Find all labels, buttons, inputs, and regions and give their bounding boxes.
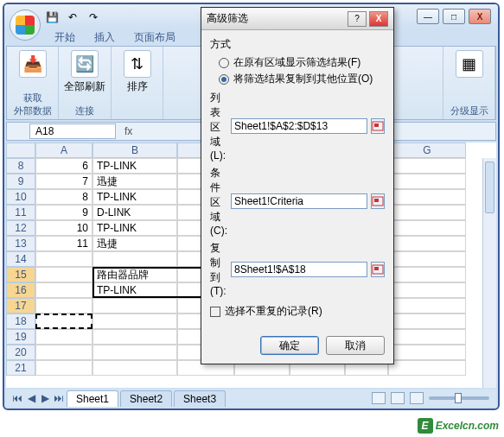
ok-button[interactable]: 确定 — [260, 336, 319, 355]
cell[interactable]: TP-LINK — [93, 282, 177, 298]
cell[interactable] — [388, 189, 466, 205]
tab-pagelayout[interactable]: 页面布局 — [125, 28, 184, 46]
zoom-slider[interactable] — [429, 396, 489, 400]
cell[interactable]: 6 — [35, 158, 93, 174]
cell[interactable] — [93, 360, 177, 376]
cell[interactable] — [388, 282, 466, 298]
cell[interactable] — [35, 345, 93, 360]
cell[interactable] — [388, 360, 466, 376]
cell[interactable] — [35, 298, 93, 314]
cell[interactable] — [93, 251, 177, 267]
cell[interactable]: 路由器品牌 — [93, 267, 177, 282]
minimize-button[interactable]: — — [417, 9, 439, 24]
select-all-corner[interactable] — [6, 142, 35, 158]
cell[interactable] — [388, 205, 466, 220]
sheet-nav-first-icon[interactable]: ⏮ — [11, 392, 23, 404]
range-picker-icon[interactable] — [371, 118, 385, 134]
cell[interactable]: 迅捷 — [93, 236, 177, 251]
external-data-icon[interactable]: 📥 — [19, 50, 47, 78]
cancel-button[interactable]: 取消 — [326, 336, 385, 355]
sheet-tab-3[interactable]: Sheet3 — [174, 390, 226, 407]
maximize-button[interactable]: □ — [443, 9, 465, 24]
row-header[interactable]: 9 — [6, 174, 35, 189]
cell[interactable] — [35, 329, 93, 345]
view-layout-icon[interactable] — [391, 392, 405, 404]
range-picker-icon[interactable] — [371, 262, 385, 277]
row-header[interactable]: 13 — [6, 236, 35, 251]
sheet-nav-last-icon[interactable]: ⏭ — [53, 392, 65, 404]
column-header[interactable]: A — [35, 142, 93, 158]
name-box[interactable]: A18 — [29, 124, 116, 139]
sort-icon[interactable]: ⇅ — [124, 50, 151, 78]
row-header[interactable]: 21 — [6, 360, 35, 376]
outline-icon[interactable]: ▦ — [456, 50, 483, 78]
cell[interactable] — [35, 267, 93, 282]
dialog-titlebar[interactable]: 高级筛选 ? X — [201, 8, 393, 30]
cell[interactable] — [388, 314, 466, 329]
cell[interactable] — [35, 360, 93, 376]
sheet-tab-1[interactable]: Sheet1 — [67, 390, 118, 407]
row-header[interactable]: 20 — [6, 345, 35, 360]
cell[interactable] — [35, 314, 93, 329]
cell[interactable]: TP-LINK — [93, 158, 177, 174]
cell[interactable] — [93, 298, 177, 314]
column-header[interactable]: B — [93, 142, 177, 158]
cell[interactable] — [388, 158, 466, 174]
row-header[interactable]: 18 — [6, 314, 35, 329]
save-icon[interactable]: 💾 — [44, 10, 60, 25]
radio-copy-to[interactable]: 将筛选结果复制到其他位置(O) — [219, 72, 385, 86]
cell[interactable]: 迅捷 — [93, 174, 177, 189]
cell[interactable] — [388, 298, 466, 314]
scrollbar-thumb[interactable] — [485, 162, 494, 213]
cell[interactable] — [93, 345, 177, 360]
unique-records-checkbox[interactable]: 选择不重复的记录(R) — [210, 304, 385, 319]
cell[interactable]: 10 — [35, 220, 93, 236]
sheet-nav-next-icon[interactable]: ▶ — [39, 392, 51, 404]
sheet-nav-prev-icon[interactable]: ◀ — [25, 392, 37, 404]
cell[interactable]: TP-LINK — [93, 189, 177, 205]
dialog-close-button[interactable]: X — [369, 11, 388, 27]
fx-icon[interactable]: fx — [124, 125, 132, 137]
cell[interactable] — [388, 329, 466, 345]
office-button[interactable] — [10, 10, 41, 41]
cell[interactable]: D-LINK — [93, 205, 177, 220]
tab-home[interactable]: 开始 — [46, 28, 84, 46]
criteria-range-input[interactable] — [231, 193, 367, 209]
cell[interactable] — [93, 329, 177, 345]
cell[interactable] — [35, 251, 93, 267]
cell[interactable] — [388, 345, 466, 360]
cell[interactable] — [35, 282, 93, 298]
close-button[interactable]: X — [469, 9, 491, 24]
sheet-tab-2[interactable]: Sheet2 — [120, 390, 172, 407]
row-header[interactable]: 19 — [6, 329, 35, 345]
row-header[interactable]: 14 — [6, 251, 35, 267]
cell[interactable] — [388, 220, 466, 236]
row-header[interactable]: 11 — [6, 205, 35, 220]
row-header[interactable]: 10 — [6, 189, 35, 205]
radio-filter-inplace[interactable]: 在原有区域显示筛选结果(F) — [219, 55, 385, 70]
undo-icon[interactable]: ↶ — [65, 10, 80, 25]
row-header[interactable]: 17 — [6, 298, 35, 314]
cell[interactable] — [388, 236, 466, 251]
copy-to-input[interactable] — [231, 262, 367, 277]
view-normal-icon[interactable] — [372, 392, 386, 404]
column-header[interactable]: G — [388, 142, 466, 158]
vertical-scrollbar[interactable] — [482, 158, 496, 388]
cell[interactable] — [388, 251, 466, 267]
cell[interactable]: 7 — [35, 174, 93, 189]
dialog-help-button[interactable]: ? — [348, 11, 367, 27]
tab-insert[interactable]: 插入 — [86, 28, 124, 46]
list-range-input[interactable] — [231, 118, 367, 134]
row-header[interactable]: 16 — [6, 282, 35, 298]
cell[interactable]: 11 — [35, 236, 93, 251]
row-header[interactable]: 8 — [6, 158, 35, 174]
cell[interactable] — [93, 314, 177, 329]
row-header[interactable]: 15 — [6, 267, 35, 282]
redo-icon[interactable]: ↷ — [86, 10, 101, 25]
view-pagebreak-icon[interactable] — [410, 392, 424, 404]
cell[interactable] — [388, 174, 466, 189]
cell[interactable]: 8 — [35, 189, 93, 205]
range-picker-icon[interactable] — [371, 193, 385, 209]
row-header[interactable]: 12 — [6, 220, 35, 236]
refresh-icon[interactable]: 🔄 — [71, 50, 99, 78]
